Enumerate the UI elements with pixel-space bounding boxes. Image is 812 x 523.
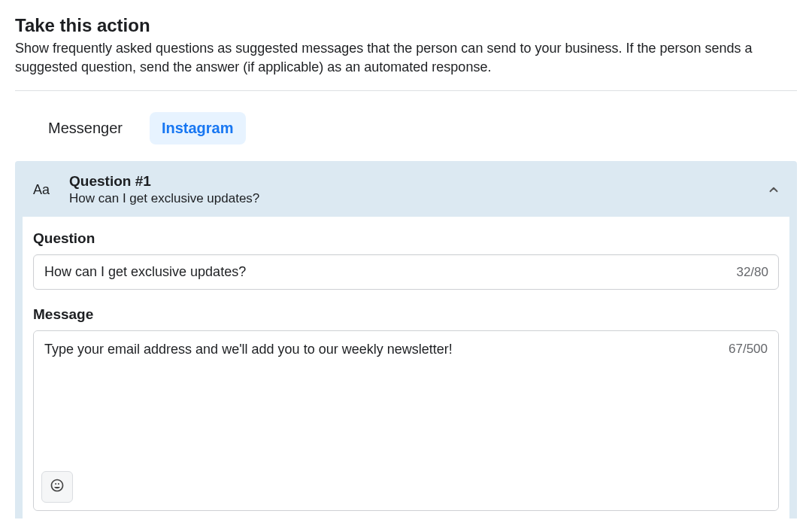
- divider: [15, 90, 797, 91]
- question-preview-text: How can I get exclusive updates?: [69, 191, 767, 206]
- question-input[interactable]: [33, 254, 779, 290]
- question-body: Question 32/80 Message 67/500: [23, 217, 789, 518]
- page-title: Take this action: [15, 15, 797, 36]
- message-textarea-wrap: 67/500: [33, 330, 779, 511]
- message-textarea[interactable]: [34, 331, 778, 510]
- emoji-picker-button[interactable]: [41, 471, 73, 503]
- tabs: Messenger Instagram: [15, 112, 797, 144]
- question-char-count: 32/80: [736, 265, 768, 280]
- smiley-icon: [50, 478, 65, 496]
- chevron-up-icon: [767, 183, 780, 196]
- text-icon: Aa: [33, 182, 50, 198]
- message-label: Message: [33, 306, 779, 323]
- question-header-texts: Question #1 How can I get exclusive upda…: [69, 173, 767, 206]
- question-label: Question: [33, 230, 779, 247]
- question-number-title: Question #1: [69, 173, 767, 190]
- question-panel: Aa Question #1 How can I get exclusive u…: [15, 161, 797, 518]
- question-accordion-header[interactable]: Aa Question #1 How can I get exclusive u…: [15, 161, 797, 217]
- tab-instagram[interactable]: Instagram: [150, 112, 246, 144]
- tab-messenger[interactable]: Messenger: [36, 112, 135, 144]
- message-char-count: 67/500: [729, 342, 768, 357]
- question-input-wrap: 32/80: [33, 254, 779, 290]
- page-description: Show frequently asked questions as sugge…: [15, 39, 797, 77]
